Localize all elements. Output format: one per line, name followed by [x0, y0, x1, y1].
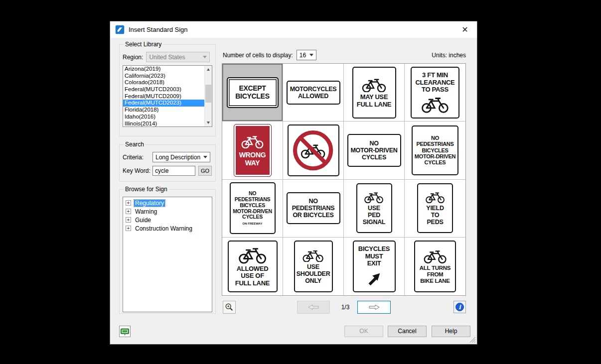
bicycle-icon	[301, 248, 324, 262]
chevron-down-icon	[203, 156, 207, 158]
chevron-down-icon	[203, 56, 207, 58]
app-icon	[115, 25, 125, 34]
sign-cell-yield-to-peds[interactable]: YIELDTOPEDS	[405, 180, 465, 238]
cancel-button[interactable]: Cancel	[388, 326, 427, 337]
sign-no-pedestrians-bicycles-motor-driven-cycles-on-freeway: NOPEDESTRIANSBICYCLESMOTOR-DRIVENCYCLESO…	[230, 182, 276, 234]
sign-use-shoulder-only: USESHOULDERONLY	[294, 241, 333, 292]
sign-cell-no-motor-driven-cycles[interactable]: NOMOTOR-DRIVENCYCLES	[344, 121, 405, 179]
library-list[interactable]: Arizona(2019)California(2023)Colorado(20…	[123, 65, 212, 127]
cells-to-display-label: Number of cells to display:	[223, 52, 293, 59]
region-value: United States	[149, 54, 185, 61]
arrow-left-icon	[307, 303, 320, 311]
dialog-title: Insert Standard Sign	[129, 26, 188, 33]
library-item[interactable]: Arizona(2019)	[123, 66, 204, 73]
region-dropdown[interactable]: United States	[146, 52, 210, 62]
sign-except-bicycles: EXCEPTBICYCLES	[227, 77, 279, 108]
sign-cell-all-turns-from-bike-lane[interactable]: ALL TURNSFROMBIKE LANE	[405, 238, 465, 295]
library-item[interactable]: Illinois(2014)	[123, 121, 204, 127]
bicycle-icon	[363, 191, 384, 203]
tree-item-warning[interactable]: +Warning	[123, 207, 212, 216]
criteria-label: Criteria:	[123, 154, 150, 161]
sign-cell-no-bicycles[interactable]	[283, 121, 344, 179]
expand-icon[interactable]: +	[126, 217, 131, 223]
sign-no-bicycles	[288, 124, 339, 176]
bicycle-icon	[423, 248, 448, 263]
exit-arrow-icon	[366, 270, 383, 287]
sign-cell-use-shoulder-only[interactable]: USESHOULDERONLY	[283, 238, 344, 295]
browse-for-sign-label: Browse for Sign	[124, 186, 169, 193]
green-sign-icon	[120, 327, 130, 336]
tree-item-label: Regulatory	[134, 200, 165, 207]
info-icon: i	[455, 302, 464, 312]
sign-cell-motorcycles-allowed[interactable]: MOTORCYCLESALLOWED	[283, 64, 344, 121]
tree-item-construction-warning[interactable]: +Construction Warning	[123, 224, 212, 233]
sign-cell-use-ped-signal[interactable]: USEPEDSIGNAL	[344, 180, 405, 238]
sign-no-motor-driven-cycles: NOMOTOR-DRIVENCYCLES	[347, 134, 401, 167]
expand-icon[interactable]: +	[126, 226, 131, 231]
library-item[interactable]: California(2023)	[123, 73, 204, 80]
ok-button[interactable]: OK	[344, 326, 383, 337]
library-item[interactable]: Colorado(2018)	[123, 79, 204, 86]
zoom-button[interactable]	[223, 301, 236, 314]
close-icon[interactable]: ✕	[458, 25, 472, 34]
library-item[interactable]: Federal(MUTCD2009)	[123, 93, 204, 100]
sign-cell-wrong-way[interactable]: WRONGWAY	[222, 121, 283, 179]
tree-item-label: Warning	[134, 208, 158, 215]
bicycle-icon	[420, 95, 450, 113]
sign-cell-bicycles-must-exit[interactable]: BICYCLESMUSTEXIT	[344, 238, 405, 295]
resize-grip[interactable]	[469, 337, 476, 343]
next-page-button[interactable]	[357, 301, 391, 314]
sign-grid: EXCEPTBICYCLESMOTORCYCLESALLOWEDMAY USEF…	[222, 63, 466, 296]
sign-may-use-full-lane: MAY USEFULL LANE	[352, 67, 396, 119]
expand-icon[interactable]: +	[126, 209, 131, 214]
library-item[interactable]: Federal(MUTCD2003)	[123, 86, 204, 93]
sign-cell-may-use-full-lane[interactable]: MAY USEFULL LANE	[344, 64, 405, 121]
sign-cell-no-pedestrians-bicycles-motor-driven-cycles[interactable]: NOPEDESTRIANSBICYCLESMOTOR-DRIVENCYCLES	[405, 121, 465, 179]
sign-category-tree[interactable]: +Regulatory+Warning+Guide+Construction W…	[123, 197, 212, 312]
chevron-down-icon	[309, 54, 313, 56]
cells-count-dropdown[interactable]: 16	[297, 50, 316, 60]
insert-standard-sign-dialog: Insert Standard Sign ✕ Select Library Re…	[110, 21, 477, 345]
go-button[interactable]: GO	[198, 166, 212, 176]
sign-cell-except-bicycles[interactable]: EXCEPTBICYCLES	[222, 64, 283, 121]
info-button[interactable]: i	[453, 301, 466, 313]
library-item[interactable]: Federal(MUTCD2023)	[123, 100, 204, 107]
select-library-group: Select Library Region: United States Ari…	[119, 41, 216, 136]
scroll-down-icon[interactable]	[207, 121, 210, 124]
sign-cell-3-ft-min-clearance-to-pass[interactable]: 3 FT MINCLEARANCETO PASS	[405, 64, 465, 121]
insert-sign-tool-button[interactable]	[119, 326, 131, 337]
sign-bicycles-must-exit: BICYCLESMUSTEXIT	[353, 241, 396, 292]
bicycle-icon	[237, 245, 268, 264]
sign-3-ft-min-clearance-to-pass: 3 FT MINCLEARANCETO PASS	[411, 67, 459, 119]
sign-cell-allowed-use-of-full-lane[interactable]: ALLOWEDUSE OFFULL LANE	[222, 238, 283, 295]
library-item[interactable]: Florida(2018)	[123, 107, 204, 114]
library-item[interactable]: Idaho(2016)	[123, 114, 204, 121]
library-list-scrollbar[interactable]	[204, 66, 212, 126]
previous-page-button[interactable]	[297, 301, 330, 314]
sign-wrong-way: WRONGWAY	[234, 124, 272, 177]
bicycle-icon	[240, 134, 265, 148]
tree-item-regulatory[interactable]: +Regulatory	[123, 199, 212, 207]
cells-count-value: 16	[300, 52, 306, 59]
tree-item-label: Guide	[134, 217, 152, 224]
dialog-body: Select Library Region: United States Ari…	[110, 38, 477, 344]
search-label: Search	[124, 141, 146, 148]
bicycle-icon	[361, 77, 387, 93]
scroll-up-icon[interactable]	[205, 66, 212, 73]
sign-cell-no-pedestrians-or-bicycles[interactable]: NOPEDESTRIANSOR BICYCLES	[283, 180, 344, 238]
tree-item-guide[interactable]: +Guide	[123, 216, 212, 224]
select-library-label: Select Library	[124, 41, 163, 48]
keyword-label: Key Word:	[123, 167, 150, 174]
units-label: Units: inches	[432, 52, 466, 59]
sign-allowed-use-of-full-lane: ALLOWEDUSE OFFULL LANE	[228, 241, 278, 292]
keyword-input[interactable]	[152, 166, 195, 176]
expand-icon[interactable]: +	[126, 200, 131, 206]
sign-no-pedestrians-or-bicycles: NOPEDESTRIANSOR BICYCLES	[287, 192, 340, 224]
criteria-dropdown[interactable]: Long Description	[152, 152, 210, 162]
magnifier-icon	[225, 303, 234, 312]
help-button[interactable]: Help	[432, 326, 470, 337]
search-group: Search Criteria: Long Description Key Wo…	[119, 141, 216, 182]
arrow-right-icon	[368, 303, 381, 311]
scrollbar-thumb[interactable]	[205, 85, 211, 103]
sign-cell-no-pedestrians-bicycles-motor-driven-cycles-on-freeway[interactable]: NOPEDESTRIANSBICYCLESMOTOR-DRIVENCYCLESO…	[222, 180, 283, 238]
